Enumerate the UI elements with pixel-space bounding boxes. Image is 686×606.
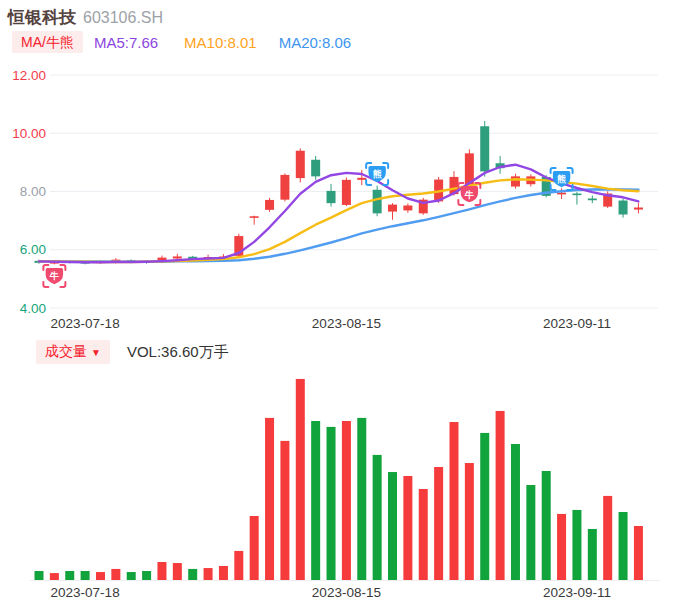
volume-bar xyxy=(265,418,274,580)
volume-bar xyxy=(157,562,166,580)
volume-bar xyxy=(634,526,643,580)
stock-code: 603106.SH xyxy=(83,9,163,27)
candle-body xyxy=(296,151,305,178)
volume-bar xyxy=(449,422,458,580)
candle-body xyxy=(634,208,643,210)
volume-bar xyxy=(142,571,151,580)
volume-bar xyxy=(511,444,520,580)
volume-bar xyxy=(280,441,289,580)
ma5-legend-value: MA5:7.66 xyxy=(94,34,158,51)
y-tick-label: 4.00 xyxy=(20,301,46,316)
candle-body xyxy=(250,216,259,218)
volume-bar xyxy=(127,572,136,580)
volume-bar xyxy=(357,418,366,580)
candle-body xyxy=(480,126,489,171)
candle-body xyxy=(280,175,289,200)
x-tick-label: 2023-08-15 xyxy=(312,585,381,600)
volume-bar xyxy=(434,467,443,580)
candle-body xyxy=(327,191,336,203)
candle-body xyxy=(342,180,351,205)
candle-body xyxy=(619,201,628,215)
candle-body xyxy=(373,190,382,214)
candle-body xyxy=(557,193,566,195)
volume-value: VOL:36.60万手 xyxy=(127,343,229,362)
volume-bar xyxy=(50,573,59,580)
volume-bar xyxy=(619,512,628,580)
volume-bar xyxy=(204,568,213,580)
volume-bar xyxy=(572,510,581,580)
ma-legend-row: MA/牛熊 MA5:7.66 MA10:8.01 MA20:8.06 xyxy=(12,31,351,53)
ma10-legend-value: MA10:8.01 xyxy=(184,34,257,51)
volume-bar xyxy=(81,571,90,580)
volume-bar xyxy=(403,476,412,580)
x-tick-label: 2023-09-11 xyxy=(543,585,611,600)
volume-bar xyxy=(588,529,597,580)
x-tick-label: 2023-07-18 xyxy=(51,316,120,331)
bull-marker-icon[interactable]: 牛 xyxy=(43,265,65,287)
volume-header: 成交量▼ VOL:36.60万手 xyxy=(36,340,229,364)
volume-bar xyxy=(496,411,505,580)
volume-bar xyxy=(603,496,612,580)
volume-bar xyxy=(388,472,397,580)
x-tick-label: 2023-07-18 xyxy=(51,585,120,600)
candle-body xyxy=(572,194,581,196)
volume-bar xyxy=(480,433,489,580)
candlestick-price-chart[interactable]: 12.0010.008.006.004.00牛熊牛熊2023-07-182023… xyxy=(0,60,686,335)
volume-bar xyxy=(219,566,228,580)
volume-bar xyxy=(111,569,120,580)
candle-body xyxy=(511,176,520,186)
y-tick-label: 10.00 xyxy=(12,126,46,141)
y-tick-label: 8.00 xyxy=(20,184,46,199)
volume-bar xyxy=(342,421,351,580)
candle-body xyxy=(311,160,320,177)
candle-body xyxy=(388,205,397,212)
volume-bar xyxy=(542,471,551,580)
svg-text:牛: 牛 xyxy=(49,271,59,281)
bear-marker-icon[interactable]: 熊 xyxy=(366,163,388,185)
svg-text:牛: 牛 xyxy=(464,190,474,200)
volume-bar xyxy=(234,551,243,580)
candle-body xyxy=(265,200,274,210)
svg-text:熊: 熊 xyxy=(557,174,566,184)
volume-bar xyxy=(250,516,259,580)
chart-title-bar: 恒银科技 603106.SH xyxy=(8,6,163,29)
volume-bar xyxy=(465,463,474,580)
volume-bar xyxy=(96,572,105,580)
candle-body xyxy=(403,205,412,210)
y-tick-label: 6.00 xyxy=(20,242,46,257)
volume-bar-chart[interactable]: 2023-07-182023-08-152023-09-11 xyxy=(0,368,686,606)
bull-marker-icon[interactable]: 牛 xyxy=(458,183,480,205)
volume-bar xyxy=(65,571,74,580)
candle-body xyxy=(173,256,182,258)
stock-name: 恒银科技 xyxy=(8,6,76,29)
volume-bar xyxy=(296,379,305,580)
volume-bar xyxy=(373,455,382,580)
ma20-legend-value: MA20:8.06 xyxy=(279,34,352,51)
volume-bar xyxy=(35,571,44,580)
candle-body xyxy=(588,198,597,200)
volume-bar xyxy=(526,485,535,580)
ma-mode-badge[interactable]: MA/牛熊 xyxy=(12,31,83,53)
volume-dropdown[interactable]: 成交量▼ xyxy=(36,340,110,364)
chevron-down-icon: ▼ xyxy=(91,347,101,358)
candle-body xyxy=(357,178,366,180)
volume-bar xyxy=(419,489,428,580)
volume-bar xyxy=(173,563,182,580)
volume-bar xyxy=(557,514,566,580)
ma20-line xyxy=(39,189,638,262)
x-tick-label: 2023-08-15 xyxy=(312,316,381,331)
volume-bar xyxy=(188,569,197,580)
volume-bar xyxy=(311,421,320,580)
svg-text:熊: 熊 xyxy=(373,169,382,179)
x-tick-label: 2023-09-11 xyxy=(543,316,611,331)
y-tick-label: 12.00 xyxy=(12,68,46,83)
volume-bar xyxy=(327,427,336,580)
